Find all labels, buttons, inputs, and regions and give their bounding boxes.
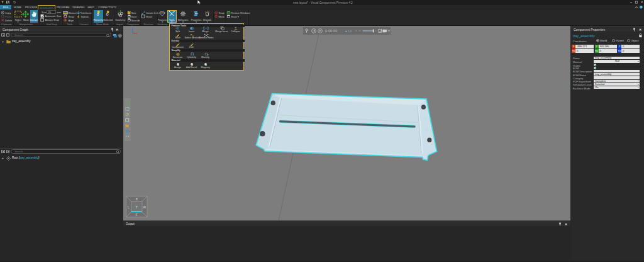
svg-text:◄ 1.0: ◄ 1.0: [345, 30, 352, 33]
svg-text:L: L: [128, 205, 130, 209]
svg-text:R: R: [143, 205, 146, 209]
svg-text:0:00:00: 0:00:00: [325, 29, 337, 33]
svg-text:B: B: [136, 198, 138, 201]
